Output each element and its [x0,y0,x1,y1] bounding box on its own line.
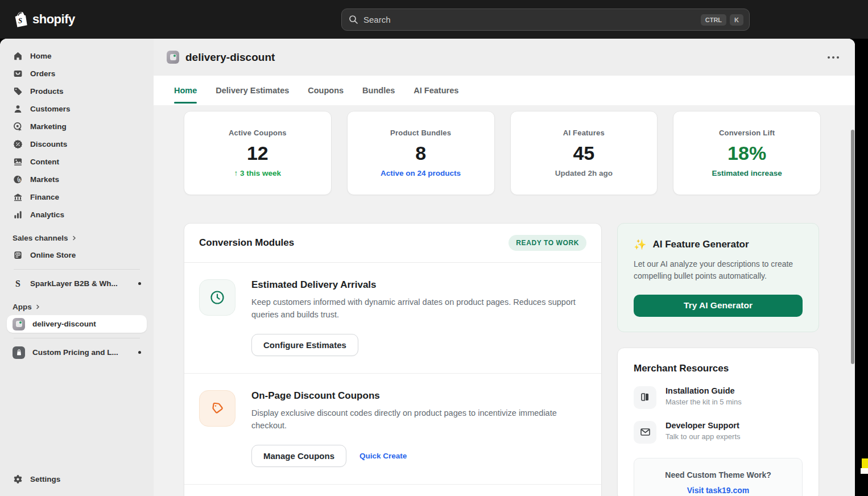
sidebar-item-label: Orders [30,69,55,78]
scrollbar-thumb[interactable] [851,130,854,364]
sidebar-item-label: Content [30,158,59,166]
sidebar-item-label: SparkLayer B2B & Wh... [30,279,118,288]
coupon-tag-icon [199,390,235,427]
vertical-scrollbar[interactable] [849,39,855,496]
sidebar-item-home[interactable]: Home [7,47,147,65]
sidebar-item-finance[interactable]: Finance [7,188,147,206]
ai-generator-title: AI Feature Generator [652,239,749,250]
sidebar-item-settings[interactable]: Settings [7,470,147,488]
markets-globe-icon: $ [13,175,23,185]
stat-label: Conversion Lift [719,129,775,137]
module-description: Display exclusive discount codes directl… [251,407,584,432]
stats-row: Active Coupons 12 ↑ 3 this week Product … [184,111,821,195]
app-surface: Home Orders Products Customers Marketing… [0,39,855,496]
sidebar-item-products[interactable]: Products [7,82,147,100]
search-input[interactable] [363,15,697,24]
page-header: delivery-discount [154,39,855,76]
sidebar-item-sparklayer[interactable]: S SparkLayer B2B & Wh... [7,275,147,292]
stat-link[interactable]: Active on 24 products [381,169,461,177]
sidebar: Home Orders Products Customers Marketing… [0,39,154,496]
edge-marker [861,468,868,474]
stat-value: 8 [415,142,426,164]
more-actions-button[interactable] [823,52,844,63]
sidebar-item-marketing[interactable]: Marketing [7,118,147,135]
analytics-bars-icon [13,210,23,220]
conversion-modules-header: Conversion Modules READY TO WORK [184,224,601,263]
apps-label: Apps [13,303,32,311]
screen: S shopify CTRL K Home Orders [0,0,868,496]
home-icon [13,51,23,61]
tab-delivery-estimates[interactable]: Delivery Estimates [216,76,289,105]
sidebar-item-label: Settings [30,475,60,483]
sidebar-divider [14,269,140,270]
guide-book-icon [634,386,656,409]
sidebar-item-analytics[interactable]: Analytics [7,206,147,224]
stat-value: 12 [247,142,268,164]
sidebar-item-delivery-discount[interactable]: delivery-discount [7,315,147,333]
customers-icon [13,104,23,114]
sidebar-item-online-store[interactable]: Online Store [7,246,147,264]
apps-header[interactable]: Apps [7,299,147,315]
topbar: S shopify CTRL K [0,0,868,39]
chevron-right-icon [35,304,40,309]
page-title: delivery-discount [185,51,275,64]
sidebar-item-content[interactable]: Content [7,153,147,171]
resource-title: Installation Guide [666,386,742,395]
tab-home[interactable]: Home [174,76,197,105]
sidebar-item-label: Customers [30,105,71,113]
tab-bundles[interactable]: Bundles [362,76,395,105]
module-title: Estimated Delivery Arrivals [251,279,584,291]
sidebar-item-orders[interactable]: Orders [7,65,147,82]
sidebar-item-label: Home [30,52,52,60]
stat-value: 45 [573,142,594,164]
ready-to-work-badge: READY TO WORK [509,235,586,251]
sparkles-icon: ✨ [634,238,646,251]
module-description: Keep customers informed with dynamic arr… [251,296,584,321]
main-panel: delivery-discount Home Delivery Estimate… [154,39,855,496]
tab-bar: Home Delivery Estimates Coupons Bundles … [154,76,855,105]
merchant-resources-card: Merchant Resources Installation Guide Ma… [617,348,819,496]
global-search[interactable]: CTRL K [341,9,750,31]
tab-ai-features[interactable]: AI Features [414,76,458,105]
stat-subtext: Estimated increase [712,169,782,177]
edge-marker [862,458,868,468]
manage-coupons-button[interactable]: Manage Coupons [251,445,346,467]
ai-feature-generator-card: ✨ AI Feature Generator Let our AI analyz… [617,223,819,332]
kbd-k: K [730,14,743,26]
svg-text:S: S [18,16,22,24]
sidebar-item-label: Finance [30,193,59,201]
quick-create-link[interactable]: Quick Create [359,452,407,460]
try-ai-generator-button[interactable]: Try AI Generator [634,295,803,317]
page-content: Active Coupons 12 ↑ 3 this week Product … [154,105,855,496]
stat-label: AI Features [563,129,605,137]
delivery-discount-app-icon [167,51,179,64]
svg-text:S: S [15,279,20,288]
sidebar-item-customers[interactable]: Customers [7,100,147,118]
stat-label: Product Bundles [390,129,451,137]
sidebar-item-label: Markets [30,175,59,184]
products-tag-icon [13,86,23,97]
stat-card-active-coupons: Active Coupons 12 ↑ 3 this week [184,111,332,195]
conversion-modules-card: Conversion Modules READY TO WORK Estimat… [184,223,602,496]
installation-guide-item[interactable]: Installation Guide Master the kit in 5 m… [634,386,803,409]
module-estimated-delivery: Estimated Delivery Arrivals Keep custome… [184,263,601,374]
sidebar-item-markets[interactable]: $ Markets [7,171,147,188]
developer-support-item[interactable]: Developer Support Talk to our app expert… [634,421,803,444]
visit-task19-link[interactable]: Visit task19.com [642,486,794,495]
configure-estimates-button[interactable]: Configure Estimates [251,334,358,356]
sidebar-item-discounts[interactable]: Discounts [7,135,147,153]
stat-label: Active Coupons [229,129,287,137]
tab-coupons[interactable]: Coupons [308,76,344,105]
search-icon [349,15,358,24]
sidebar-item-label: Marketing [30,122,67,131]
shopify-logo[interactable]: S shopify [13,0,75,39]
marketing-target-icon [13,122,23,132]
sales-channels-header[interactable]: Sales channels [7,230,147,246]
sidebar-divider [14,338,140,338]
sidebar-item-label: Discounts [30,140,67,148]
shopify-wordmark: shopify [32,12,75,27]
stat-card-conversion-lift: Conversion Lift 18% Estimated increase [673,111,821,195]
ai-generator-description: Let our AI analyze your descriptions to … [634,258,803,283]
support-mail-icon [634,421,656,444]
sidebar-item-custom-pricing[interactable]: Custom Pricing and L... [7,344,147,361]
